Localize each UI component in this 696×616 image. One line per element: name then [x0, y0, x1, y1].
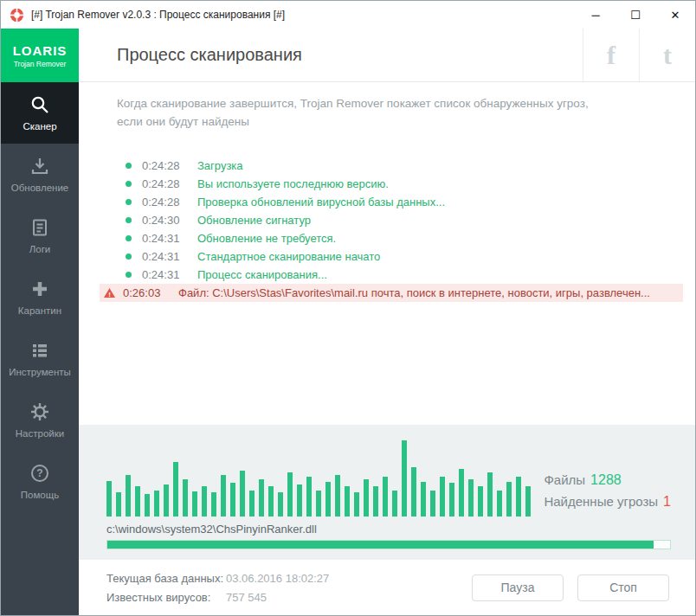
log-message: Процесс сканирования...: [197, 268, 683, 281]
activity-bars: [106, 437, 532, 517]
activity-bar: [106, 481, 112, 517]
app-icon: [10, 8, 24, 22]
viruses-label: Известных вирусов:: [106, 591, 226, 604]
window-controls: ─ ☐ ✕: [576, 1, 695, 29]
activity-bar: [459, 469, 464, 517]
sidebar-item-update[interactable]: Обновление: [1, 144, 79, 205]
status-dot-icon: [122, 235, 134, 241]
activity-bar: [230, 483, 235, 517]
document-icon: [29, 217, 50, 238]
sidebar-item-label: Обновление: [11, 183, 68, 193]
stop-button[interactable]: Стоп: [577, 574, 669, 601]
activity-bar: [430, 491, 435, 517]
activity-bar: [164, 484, 169, 517]
status-dot-icon: [122, 163, 134, 169]
sidebar-item-label: Сканер: [23, 121, 56, 132]
activity-bar: [487, 472, 493, 517]
status-dot-icon: [122, 199, 134, 205]
activity-bar: [354, 492, 359, 517]
files-count: 1288: [590, 472, 622, 487]
pause-button[interactable]: Пауза: [472, 574, 564, 601]
log-row: 0:24:28 Вы используете последнюю версию.: [100, 175, 683, 193]
activity-bar: [211, 492, 216, 517]
activity-bar: [249, 491, 255, 517]
progress-fill: [107, 541, 654, 549]
files-stat: Файлы1288: [544, 472, 671, 488]
log-row: 0:24:30 Обновление сигнатур: [100, 211, 683, 229]
facebook-button[interactable]: f: [583, 29, 639, 81]
sidebar-item-scanner[interactable]: Сканер: [1, 82, 79, 144]
twitter-button[interactable]: t: [639, 29, 695, 81]
warning-triangle-icon: !: [103, 288, 115, 298]
activity-bar: [202, 486, 207, 517]
gear-icon: [29, 401, 50, 422]
files-label: Файлы: [544, 472, 585, 487]
scan-stats: Файлы1288 Найденные угрозы1: [544, 466, 671, 510]
activity-bar: [306, 477, 312, 517]
sidebar-item-label: Инструменты: [9, 367, 71, 377]
activity-bar: [411, 467, 416, 517]
threats-label: Найденные угрозы: [544, 494, 658, 509]
svg-text:?: ?: [36, 467, 42, 479]
activity-bar: [383, 477, 388, 517]
activity-bar: [316, 491, 321, 517]
activity-bar: [173, 462, 178, 517]
activity-bar: [145, 494, 150, 517]
sidebar-item-tools[interactable]: Инструменты: [1, 328, 79, 389]
activity-bar: [392, 491, 397, 517]
log-message: Обновление сигнатур: [197, 214, 683, 227]
minimize-icon[interactable]: ─: [576, 1, 615, 29]
list-icon: [29, 340, 50, 361]
log-time: 0:24:28: [142, 159, 197, 172]
brand-logo: LOARIS Trojan Remover: [1, 29, 79, 82]
page-header: Процесс сканирования f t: [79, 29, 695, 82]
sidebar-item-help[interactable]: ? Помощь: [1, 451, 79, 512]
close-icon[interactable]: ✕: [655, 1, 695, 29]
viruses-value: 757 545: [226, 591, 329, 604]
activity-bar: [345, 486, 350, 517]
db-date-label: Текущая база данных:: [106, 572, 226, 585]
activity-bar: [468, 479, 474, 517]
sidebar-item-logs[interactable]: Логи: [1, 205, 79, 266]
activity-bar: [192, 491, 197, 517]
activity-bar: [126, 475, 131, 517]
log-row-threat[interactable]: ! 0:26:03 Файл: C:\Users\Stas\Favorites\…: [100, 284, 683, 302]
scan-activity-panel: Файлы1288 Найденные угрозы1 c:\windows\s…: [79, 425, 695, 560]
question-icon: ?: [29, 463, 50, 484]
log-time: 0:24:28: [142, 177, 197, 190]
activity-bar: [183, 479, 188, 517]
status-dot-icon: [122, 217, 134, 223]
sidebar-item-label: Логи: [29, 244, 51, 254]
database-info: Текущая база данных: 03.06.2016 18:02:27…: [106, 572, 329, 604]
activity-bar: [325, 482, 331, 517]
log-time: 0:24:31: [142, 268, 197, 281]
log-row: 0:24:31 Обновление не требуется.: [100, 229, 683, 247]
sidebar-item-label: Карантин: [18, 305, 61, 316]
activity-bar: [421, 482, 426, 517]
db-date-value: 03.06.2016 18:02:27: [226, 572, 329, 585]
activity-bar: [525, 486, 531, 517]
log-row: 0:24:28 Проверка обновлений вирусной баз…: [100, 193, 683, 211]
activity-bar: [259, 479, 264, 517]
activity-bar: [440, 477, 445, 517]
sidebar-item-settings[interactable]: Настройки: [1, 389, 79, 451]
activity-bar: [364, 479, 369, 517]
activity-bar: [497, 491, 502, 517]
brand-name: LOARIS: [13, 43, 68, 58]
plus-icon: [29, 279, 50, 299]
app-window: [#] Trojan Remover v2.0.3 : Процесс скан…: [0, 0, 696, 616]
svg-text:!: !: [108, 291, 111, 298]
log-message: Стандартное сканирование начато: [197, 250, 683, 263]
titlebar[interactable]: [#] Trojan Remover v2.0.3 : Процесс скан…: [1, 1, 695, 29]
maximize-icon[interactable]: ☐: [615, 1, 655, 29]
magnifier-icon: [29, 94, 50, 115]
threats-stat: Найденные угрозы1: [544, 494, 671, 510]
sidebar-item-quarantine[interactable]: Карантин: [1, 266, 79, 328]
scan-log: 0:24:28 Загрузка 0:24:28 Вы используете …: [79, 146, 695, 425]
status-dot-icon: [122, 253, 134, 260]
log-time: 0:26:03: [123, 286, 178, 299]
activity-bar: [154, 491, 159, 517]
page-title: Процесс сканирования: [79, 45, 583, 65]
activity-bar: [116, 492, 121, 517]
facebook-icon: f: [607, 42, 615, 68]
